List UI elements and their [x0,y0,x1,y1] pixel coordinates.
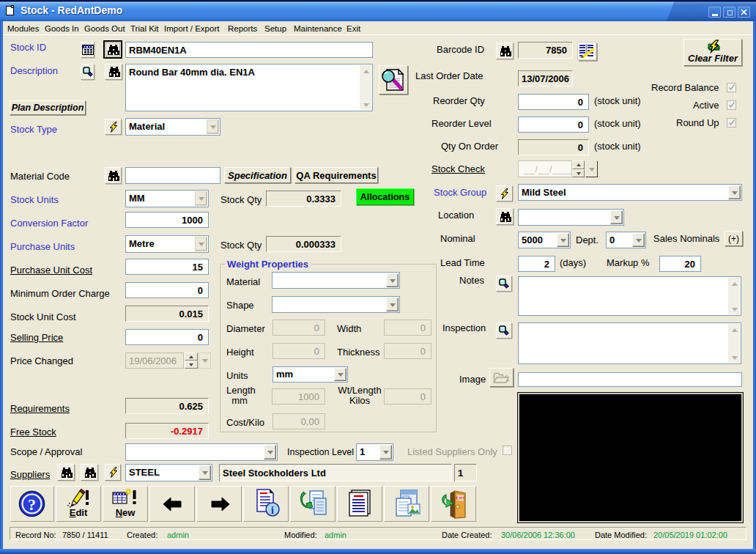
svg-text:?: ? [28,495,36,514]
svg-text:i: i [271,505,274,516]
svg-text:EXIT: EXIT [456,495,465,501]
